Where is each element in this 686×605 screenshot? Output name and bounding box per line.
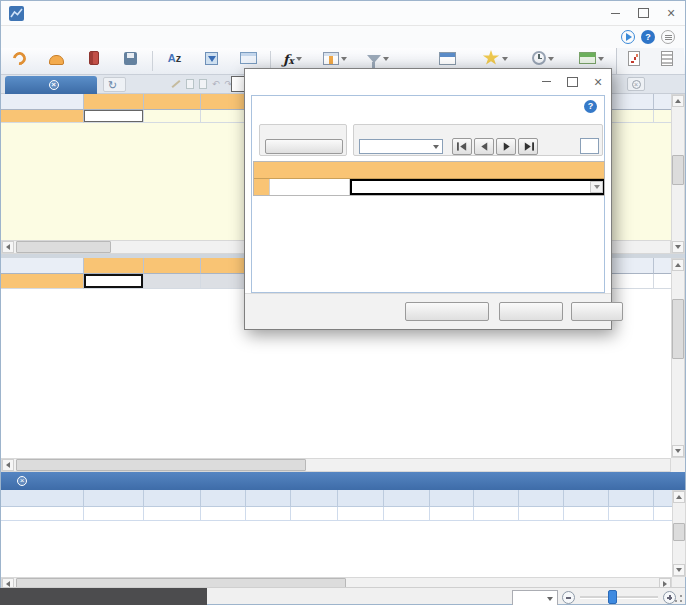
close-icon[interactable] [17, 476, 27, 486]
rotate-view-button[interactable] [103, 77, 126, 92]
tab-column-info[interactable] [5, 76, 97, 94]
entries-table-header [254, 162, 604, 179]
column-header[interactable] [144, 94, 201, 110]
loaded-icon [579, 52, 596, 64]
column-info-vscrollbar[interactable] [671, 94, 685, 254]
gallery-icon [661, 51, 673, 66]
last-row-button[interactable] [518, 138, 538, 155]
chevron-down-icon[interactable] [548, 57, 554, 64]
zoom-level-select[interactable] [512, 590, 558, 605]
zoom-out-button[interactable] [562, 591, 575, 604]
data-cell[interactable] [84, 274, 144, 289]
column-header[interactable] [609, 94, 654, 110]
minimize-button[interactable] [533, 72, 559, 92]
dropdown-arrow-icon[interactable] [590, 181, 603, 193]
info-cell[interactable] [84, 110, 144, 123]
save-icon [124, 52, 137, 65]
undo-icon[interactable] [212, 79, 220, 89]
pane-close-button[interactable] [627, 77, 645, 91]
copy-icon[interactable] [186, 79, 194, 89]
minimize-button[interactable] [601, 2, 629, 24]
scrollbar-thumb[interactable] [673, 523, 685, 541]
help-icon[interactable] [584, 100, 597, 113]
info-cell[interactable] [201, 110, 246, 123]
save-button[interactable] [499, 302, 563, 321]
sort-button[interactable] [156, 48, 193, 74]
chevron-down-icon[interactable] [502, 57, 508, 64]
fill-button[interactable] [193, 48, 230, 74]
run-icon[interactable] [621, 30, 635, 44]
close-button[interactable] [657, 2, 685, 24]
new-button[interactable] [1, 48, 38, 74]
maximize-button[interactable] [559, 72, 585, 92]
data-cell[interactable] [654, 274, 671, 289]
dialog-footer [245, 293, 611, 329]
row-number[interactable] [1, 274, 84, 289]
next-row-button[interactable] [496, 138, 516, 155]
summary-row [1, 507, 672, 521]
corner-cell [1, 94, 84, 110]
info-cell[interactable] [654, 110, 671, 123]
chevron-down-icon[interactable] [598, 57, 604, 64]
previous-row-button[interactable] [474, 138, 494, 155]
menu-icon[interactable] [661, 30, 675, 44]
help-icon[interactable] [641, 30, 655, 44]
scrollbar-thumb[interactable] [16, 459, 306, 471]
zoom-slider-handle[interactable] [608, 590, 617, 604]
close-button[interactable] [585, 72, 611, 92]
scrollbar-thumb[interactable] [672, 299, 684, 359]
column-header[interactable] [654, 94, 671, 110]
scroll-up-icon[interactable] [672, 259, 684, 271]
select-columns-button[interactable] [265, 139, 343, 154]
chevron-down-icon[interactable] [341, 57, 347, 64]
data-grid-vscrollbar[interactable] [671, 258, 685, 458]
column-header[interactable] [609, 258, 654, 274]
column-header[interactable] [84, 258, 144, 274]
column-header[interactable] [201, 258, 246, 274]
pencil-icon[interactable] [172, 80, 181, 88]
scroll-down-icon[interactable] [672, 241, 684, 253]
info-cell[interactable] [609, 110, 654, 123]
maximize-button[interactable] [629, 2, 657, 24]
last-button[interactable] [75, 48, 112, 74]
scrollbar-thumb[interactable] [16, 241, 111, 253]
open-button[interactable] [38, 48, 75, 74]
summary-vscrollbar[interactable] [672, 490, 686, 577]
column-header[interactable] [84, 94, 144, 110]
go-to-input[interactable] [580, 138, 599, 154]
scrollbar-thumb[interactable] [672, 155, 684, 185]
chevron-down-icon[interactable] [296, 57, 302, 64]
data-cell[interactable] [609, 274, 654, 289]
scroll-left-icon[interactable] [2, 241, 14, 253]
save-button[interactable] [112, 48, 149, 74]
chevron-down-icon[interactable] [383, 57, 389, 64]
resize-grip[interactable] [674, 594, 683, 603]
row-label [1, 110, 84, 123]
column-name-header [270, 162, 350, 178]
close-icon[interactable] [49, 80, 59, 90]
scroll-up-icon[interactable] [672, 95, 684, 107]
data-cell[interactable] [201, 274, 246, 289]
column-header[interactable] [201, 94, 246, 110]
save-and-next-button[interactable] [405, 302, 489, 321]
column-header[interactable] [144, 258, 201, 274]
edit-icons-group [171, 79, 232, 89]
output-button[interactable] [617, 48, 651, 74]
data-cell[interactable] [144, 274, 201, 289]
scroll-down-icon[interactable] [673, 564, 685, 576]
stat-value [609, 507, 654, 521]
scroll-down-icon[interactable] [672, 445, 684, 457]
paste-icon[interactable] [199, 79, 207, 89]
scroll-up-icon[interactable] [673, 491, 685, 503]
scroll-left-icon[interactable] [2, 459, 14, 471]
info-cell[interactable] [144, 110, 201, 123]
data-grid-hscrollbar[interactable] [1, 458, 671, 472]
chevron-down-icon [547, 597, 553, 604]
gallery-button[interactable] [651, 48, 685, 74]
column-header[interactable] [654, 258, 671, 274]
row-mode-select[interactable] [359, 139, 443, 154]
entry-value-field[interactable] [350, 179, 604, 195]
first-row-button[interactable] [452, 138, 472, 155]
zoom-slider-track[interactable] [580, 596, 658, 599]
close-button[interactable] [571, 302, 623, 321]
